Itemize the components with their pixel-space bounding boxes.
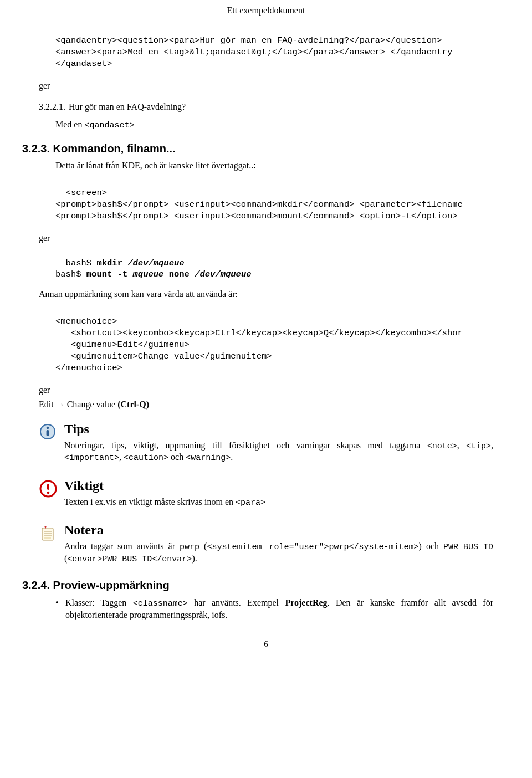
important-title: Viktigt [64,478,493,493]
shell-arg: /dev/mqueue [122,258,185,268]
shell-arg: mqueue [127,269,163,279]
code-inline: <caution> [124,453,168,463]
proview-list: Klasser: Taggen <classname> har använts.… [55,597,493,621]
code-inline: <tip> [466,442,491,451]
code-inline: pwrp [180,542,200,552]
qa-answer-code: <qandaset> [84,121,134,130]
section-3-2-4-heading: 3.2.4. Proview-uppmärkning [22,579,510,592]
menuchoice-render: Edit → Change value (Ctrl-Q) [39,400,493,410]
running-header: Ett exempeldokument [0,6,532,16]
annan-uppmärkning-para: Annan uppmärkning som kan vara värda att… [39,289,493,299]
section-title: Proview-uppmärkning [53,579,170,591]
note-admonition: Notera Andra taggar som använts är pwrp … [39,523,493,567]
code-line: </menuchoice> [55,363,122,373]
svg-point-6 [47,492,50,494]
code-line: <prompt>bash$</prompt> <userinput><comma… [55,199,463,209]
code-inline: <note> [427,442,457,451]
list-text: Klasser: Taggen [65,598,133,607]
qa-question: 3.2.2.1.Hur gör man en FAQ-avdelning? [39,102,493,112]
shell-arg: /dev/mqueue [190,269,252,279]
section-title: Kommandon, filnamn... [53,142,176,155]
code-inline: PWR_BUS_ID [443,542,493,552]
guimenuitem: Change value [67,400,116,409]
code-line: <guimenuitem>Change value</guimenuitem> [55,351,272,361]
section-3-2-3-heading: 3.2.3. Kommandon, filnamn... [22,142,510,155]
ger-label: ger [39,81,493,91]
code-line: <prompt>bash$</prompt> <userinput><comma… [55,211,458,221]
shell-arg: none [163,269,190,279]
shell-prompt: bash$ [55,258,96,268]
tip-icon [39,422,64,441]
important-icon [39,478,64,498]
note-title: Notera [64,523,493,538]
qa-answer-pre: Med en [55,120,84,129]
qa-question-text: Hur gör man en FAQ-avdelning? [69,102,186,111]
tip-text: Noteringar, tips, viktigt, uppmaning til… [64,441,427,450]
code-line: <answer><para>Med en <tag>&lt;qandaset&g… [55,47,452,57]
shell-cmd: mkdir [96,258,122,268]
intro-para: Detta är lånat från KDE, och är kanske l… [55,161,493,171]
ger-label: ger [39,233,493,243]
code-inline: <envar>PWR_BUS_ID</envar> [67,555,192,564]
svg-point-2 [47,427,49,429]
svg-rect-3 [47,430,49,436]
qa-number: 3.2.2.1. [39,102,65,112]
shell-opt: -t [112,269,127,279]
svg-rect-11 [44,537,51,539]
shell-cmd: mount [86,269,112,279]
code-line: <qandaentry><question><para>Hur gör man … [55,35,442,45]
page-number: 6 [0,639,532,649]
tip-admonition: Tips Noteringar, tips, viktigt, uppmanin… [39,422,493,466]
section-number: 3.2.3. [22,142,50,155]
code-block-screen-xml: <screen> <prompt>bash$</prompt> <userinp… [55,187,493,222]
important-admonition: Viktigt Texten i ex.vis en viktigt måste… [39,478,493,511]
code-block-qanda-xml: <qandaentry><question><para>Hur gör man … [55,35,493,70]
section-number: 3.2.4. [22,579,50,591]
note-text: Andra taggar som använts är [64,541,180,551]
code-inline: <classname> [133,599,188,608]
svg-rect-5 [47,484,49,490]
keycombo: (Ctrl-Q) [115,400,149,409]
header-rule [39,18,493,18]
list-item: Klasser: Taggen <classname> har använts.… [55,597,493,621]
code-inline: <warning> [186,453,231,463]
code-line: <shortcut><keycombo><keycap>Ctrl</keycap… [55,328,463,338]
shell-prompt: bash$ [55,269,86,279]
code-inline: <systemitem role="user">pwrp</syste-mite… [207,542,418,552]
code-line: <screen> [55,188,107,198]
ger-label: ger [39,385,493,395]
shell-output: bash$ mkdir /dev/mqueue bash$ mount -t m… [55,258,493,281]
classname-example: ProjectReg [285,598,327,607]
code-line: </qandaset> [55,59,112,69]
qa-answer: Med en <qandaset> [55,120,493,130]
important-text: Texten i ex.vis en viktigt måste skrivas… [64,497,236,506]
code-inline: <para> [236,498,265,508]
tip-title: Tips [64,422,493,437]
footer-rule [39,636,493,636]
code-line: <menuchoice> [55,316,117,326]
arrow-icon: → [54,400,67,409]
code-block-menuchoice-xml: <menuchoice> <shortcut><keycombo><keycap… [55,316,493,374]
guimenu: Edit [39,400,54,409]
code-line: <guimenu>Edit</guimenu> [55,340,190,350]
note-icon [39,523,64,542]
code-inline: <important> [64,453,119,463]
